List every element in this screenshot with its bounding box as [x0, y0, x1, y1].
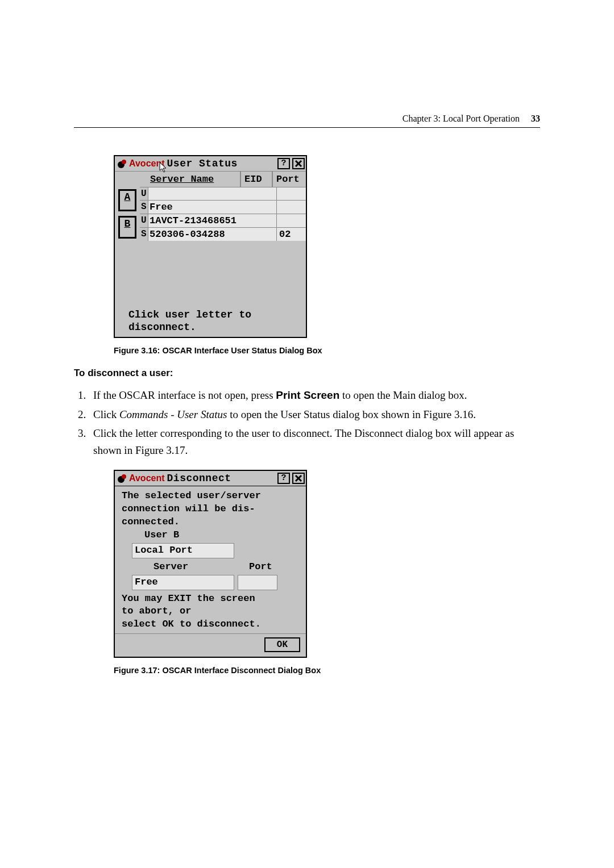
dialog-title: User Status: [167, 158, 238, 169]
table-header: Server Name EID Port: [115, 171, 306, 187]
svg-point-5: [122, 474, 126, 479]
page-header: Chapter 3: Local Port Operation 33: [74, 114, 540, 128]
brand-icon: [117, 158, 127, 169]
close-button[interactable]: [292, 473, 305, 484]
close-icon: [293, 474, 304, 482]
dialog-title: Disconnect: [167, 473, 231, 484]
dialog-titlebar: Avocent User Status ?: [115, 156, 306, 171]
row-a-u-port: [276, 187, 306, 200]
col-eid[interactable]: EID: [240, 172, 272, 187]
ok-button[interactable]: OK: [264, 637, 300, 652]
section-subhead: To disconnect a user:: [74, 368, 540, 379]
port-field: [238, 575, 277, 590]
close-button[interactable]: [292, 158, 305, 169]
dialog-hint: Click user letter to disconnect.: [115, 309, 306, 337]
brand-logo: Avocent: [117, 158, 165, 169]
msg-line: connection will be dis-: [122, 503, 300, 516]
user-letter-a[interactable]: A: [118, 189, 136, 211]
msg-line: The selected user/server: [122, 490, 300, 503]
instruction-list: If the OSCAR interface is not open, pres…: [74, 387, 540, 458]
page-number: 33: [531, 114, 540, 123]
server-field: Free: [132, 575, 234, 590]
msg-line: You may EXIT the screen: [122, 592, 300, 606]
row-b-u-value: 1AVCT-213468651: [148, 214, 276, 227]
msg-line: to abort, or: [122, 605, 300, 618]
row-u-label: U: [140, 214, 148, 227]
col-server-name[interactable]: Server Name: [149, 172, 240, 187]
chapter-label: Chapter 3: Local Port Operation: [403, 114, 520, 123]
msg-line: select OK to disconnect.: [122, 618, 300, 631]
row-s-label: S: [140, 228, 148, 241]
brand-logo: Avocent: [117, 473, 165, 483]
row-s-label: S: [140, 201, 148, 214]
msg-line: connected.: [122, 516, 300, 529]
list-item: Click Commands - User Status to open the…: [89, 406, 540, 423]
row-a-u-value: [148, 187, 276, 200]
table-row: B U 1AVCT-213468651 S 520306-034288 02: [115, 214, 306, 241]
row-a-s-value: Free: [148, 201, 276, 214]
close-icon: [293, 160, 304, 168]
brand-text: Avocent: [129, 158, 165, 169]
user-label: User B: [122, 529, 300, 542]
disconnect-dialog: Avocent Disconnect ? The selected user/s…: [114, 470, 307, 658]
help-button[interactable]: ?: [277, 158, 290, 169]
table-row: A U S Free: [115, 187, 306, 214]
brand-text: Avocent: [129, 473, 165, 483]
row-a-s-port: [276, 201, 306, 214]
key-print-screen: Print Screen: [276, 389, 339, 401]
dialog-titlebar: Avocent Disconnect ?: [115, 471, 306, 486]
svg-point-1: [122, 160, 126, 164]
user-field: Local Port: [132, 543, 234, 558]
menu-path: Commands - User Status: [119, 408, 227, 420]
row-u-label: U: [140, 187, 148, 200]
list-item: Click the letter corresponding to the us…: [89, 425, 540, 458]
user-letter-b[interactable]: B: [118, 216, 136, 239]
figure-caption-316: Figure 3.16: OSCAR Interface User Status…: [114, 346, 540, 355]
server-label: Server: [122, 561, 249, 574]
help-button[interactable]: ?: [277, 473, 290, 484]
row-b-s-port: 02: [276, 228, 306, 241]
list-item: If the OSCAR interface is not open, pres…: [89, 387, 540, 403]
col-port[interactable]: Port: [272, 172, 306, 187]
row-b-u-port: [276, 214, 306, 227]
port-label: Port: [249, 561, 300, 574]
brand-icon: [117, 473, 127, 483]
figure-caption-317: Figure 3.17: OSCAR Interface Disconnect …: [114, 666, 540, 675]
user-status-dialog: Avocent User Status ? Server: [114, 155, 307, 338]
row-b-s-value: 520306-034288: [148, 228, 276, 241]
